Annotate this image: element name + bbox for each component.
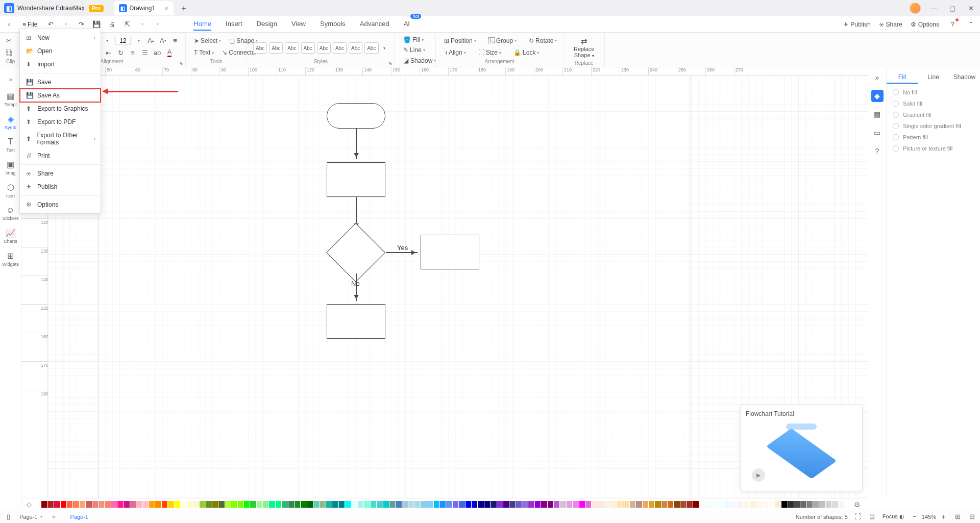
color-swatch[interactable] [92, 501, 98, 508]
indent-icon[interactable]: ⇤ [104, 48, 112, 57]
flowchart-arrow[interactable] [356, 129, 357, 159]
style-swatch[interactable]: Abc [253, 42, 267, 54]
sidebar-templates[interactable]: ▦Templ [0, 88, 21, 110]
color-swatch[interactable] [67, 501, 72, 508]
color-swatch[interactable] [295, 501, 300, 508]
style-swatch[interactable]: Abc [301, 42, 315, 54]
pages-icon[interactable]: ▯ [4, 513, 12, 521]
color-swatch[interactable] [491, 501, 496, 508]
file-menu-button[interactable]: ≡ File [19, 20, 40, 29]
tab-design[interactable]: Design [257, 18, 277, 31]
color-swatch[interactable] [794, 501, 800, 508]
color-swatch[interactable] [377, 501, 382, 508]
color-swatch[interactable] [548, 501, 553, 508]
sidebar-symbols[interactable]: ◈Symb [0, 111, 21, 133]
color-swatch[interactable] [731, 501, 737, 508]
size-btn[interactable]: ⛶Size▾ [476, 48, 503, 57]
color-swatch[interactable] [453, 501, 458, 508]
color-swatch[interactable] [61, 501, 66, 508]
color-swatch[interactable] [168, 501, 174, 508]
sidebar-images[interactable]: ▣Imag [0, 157, 21, 179]
format-shape-icon[interactable]: ◆ [871, 90, 884, 102]
fill-btn[interactable]: 🪣Fill▾ [401, 35, 426, 44]
color-swatch[interactable] [250, 501, 256, 508]
color-swatch[interactable] [244, 501, 250, 508]
color-swatch[interactable] [200, 501, 205, 508]
publish-button[interactable]: ✈Publish [843, 21, 870, 28]
help-panel-icon[interactable]: ? [871, 145, 884, 157]
minimize-icon[interactable]: — [929, 5, 939, 12]
color-swatch[interactable] [839, 501, 844, 508]
color-swatch[interactable] [655, 501, 660, 508]
replace-shape-btn[interactable]: ⇄ Replace Shape ▾ [570, 35, 598, 60]
sidebar-icons[interactable]: ⬡Icon [0, 180, 21, 202]
maximize-icon[interactable]: ▢ [947, 5, 958, 12]
color-swatch[interactable] [750, 501, 755, 508]
tab-advanced[interactable]: Advanced [360, 18, 389, 31]
color-swatch[interactable] [345, 501, 351, 508]
tab-ai[interactable]: AI hot [404, 18, 410, 31]
color-swatch[interactable] [832, 501, 838, 508]
color-swatch[interactable] [649, 501, 654, 508]
color-swatch[interactable] [130, 501, 136, 508]
fill-option-solid[interactable]: Solid fill [893, 101, 974, 107]
color-swatch[interactable] [238, 501, 243, 508]
color-swatch[interactable] [111, 501, 117, 508]
color-swatch[interactable] [725, 501, 730, 508]
page-tab[interactable]: Page-1 [65, 514, 93, 520]
color-swatch[interactable] [630, 501, 635, 508]
color-swatch[interactable] [522, 501, 528, 508]
color-swatch[interactable] [472, 501, 477, 508]
color-swatch[interactable] [288, 501, 294, 508]
color-swatch[interactable] [389, 501, 395, 508]
color-swatch[interactable] [756, 501, 762, 508]
color-swatch[interactable] [383, 501, 389, 508]
save-icon[interactable]: 💾 [91, 19, 102, 30]
line-tab[interactable]: Line [918, 71, 949, 84]
color-swatch[interactable] [662, 501, 667, 508]
color-swatch[interactable] [579, 501, 585, 508]
flowchart-arrow[interactable] [386, 252, 418, 253]
group-btn[interactable]: ⿺Group▾ [486, 36, 519, 45]
fill-option-none[interactable]: No fill [893, 89, 974, 95]
font-color-icon[interactable]: A [165, 48, 174, 57]
presentation-icon[interactable]: ▭ [871, 127, 884, 139]
color-swatch[interactable] [674, 501, 679, 508]
sidebar-stickers[interactable]: ☺Stickers [0, 203, 21, 224]
color-swatch[interactable] [86, 501, 91, 508]
menu-import[interactable]: ⬇Import [20, 58, 101, 71]
color-swatch[interactable] [231, 501, 237, 508]
user-avatar[interactable] [910, 3, 921, 14]
color-swatch[interactable] [800, 501, 806, 508]
color-swatch[interactable] [358, 501, 363, 508]
color-swatch[interactable] [320, 501, 326, 508]
shadow-tab[interactable]: Shadow [949, 71, 980, 84]
line-btn[interactable]: ✎Line▾ [401, 45, 427, 55]
color-swatch[interactable] [643, 501, 648, 508]
cut-icon[interactable]: ✂ [6, 37, 12, 45]
color-swatch[interactable] [687, 501, 692, 508]
color-swatch[interactable] [769, 501, 774, 508]
color-swatch[interactable] [611, 501, 617, 508]
sidebar-text[interactable]: TText [0, 134, 21, 156]
color-swatch[interactable] [313, 501, 319, 508]
color-swatch[interactable] [162, 501, 167, 508]
color-swatch[interactable] [124, 501, 129, 508]
increase-font-icon[interactable]: A▴ [147, 37, 155, 45]
menu-new[interactable]: ⊞New [20, 31, 101, 44]
align-icon[interactable]: ≡ [171, 37, 179, 45]
color-swatch[interactable] [434, 501, 439, 508]
sidebar-charts[interactable]: 📈Charts [0, 225, 21, 247]
undo-dropdown-icon[interactable]: ▾ [61, 19, 71, 30]
fit-page-icon[interactable]: ⊞ [953, 513, 962, 521]
shadow-btn[interactable]: ◪Shadow▾ [401, 56, 438, 65]
color-swatch[interactable] [175, 501, 180, 508]
color-swatch[interactable] [136, 501, 142, 508]
color-swatch[interactable] [535, 501, 541, 508]
color-swatch[interactable] [573, 501, 578, 508]
color-swatch[interactable] [497, 501, 503, 508]
color-swatch[interactable] [737, 501, 743, 508]
color-swatch[interactable] [193, 501, 199, 508]
select-tool[interactable]: ➤Select▾ [192, 36, 223, 45]
export-icon[interactable]: ⇱ [122, 19, 132, 30]
